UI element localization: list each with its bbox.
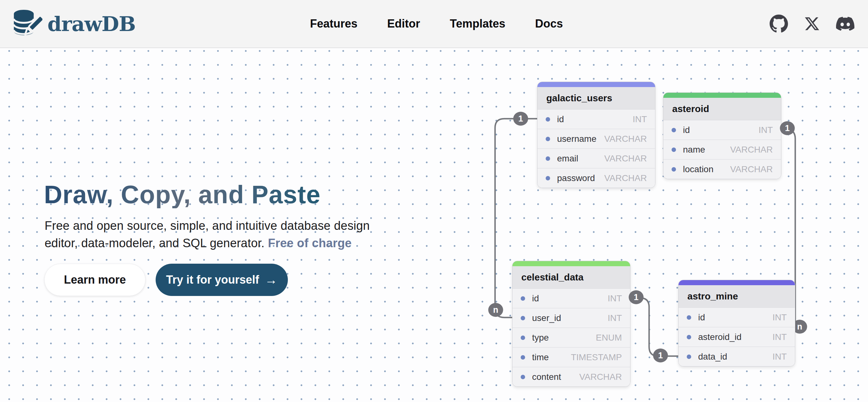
field-type: INT — [758, 125, 773, 135]
field-dot-icon — [546, 176, 550, 180]
field-dot-icon — [672, 147, 676, 152]
field-dot-icon — [546, 156, 550, 161]
field-name: time — [532, 352, 549, 363]
field-dot-icon — [521, 316, 525, 320]
table-field-row-content: contentVARCHAR — [513, 367, 630, 386]
field-name: name — [683, 145, 705, 155]
learn-more-button[interactable]: Learn more — [44, 264, 146, 296]
cardinality-badge-1: 1 — [514, 112, 528, 126]
table-field-row-location: locationVARCHAR — [663, 159, 781, 179]
field-type: VARCHAR — [730, 145, 773, 155]
table-field-row-id: idINT — [537, 109, 655, 129]
table-field-row-id: idINT — [679, 307, 795, 327]
table-field-row-email: emailVARCHAR — [537, 148, 655, 168]
field-dot-icon — [521, 336, 525, 340]
drawdb-database-pencil-icon — [11, 8, 42, 39]
discord-icon[interactable] — [836, 15, 855, 33]
hero-subtitle: Free and open source, simple, and intuit… — [44, 217, 370, 252]
field-dot-icon — [672, 167, 676, 172]
field-name: password — [557, 173, 595, 183]
field-type: VARCHAR — [604, 153, 647, 164]
table-name: celestial_data — [513, 266, 630, 288]
nav-item-features[interactable]: Features — [310, 17, 358, 30]
field-dot-icon — [687, 335, 691, 339]
arrow-right-icon: → — [265, 274, 277, 286]
table-field-row-id: idINT — [663, 120, 781, 140]
table-field-row-user_id: user_idINT — [513, 308, 630, 327]
field-dot-icon — [546, 137, 550, 141]
field-name: user_id — [532, 313, 561, 323]
hero-action-buttons: Learn more Try it for yourself → — [44, 264, 288, 296]
social-links — [770, 0, 855, 48]
field-type: INT — [772, 332, 787, 342]
top-navigation-bar: drawDB Features Editor Templates Docs — [0, 0, 868, 48]
table-accent-strip — [679, 280, 795, 285]
field-dot-icon — [687, 354, 691, 359]
table-asteroid: asteroididINTnameVARCHARlocationVARCHAR — [663, 92, 781, 179]
field-type: ENUM — [596, 333, 622, 343]
table-accent-strip — [513, 261, 630, 266]
table-name: galactic_users — [537, 87, 655, 109]
table-field-row-time: timeTIMESTAMP — [513, 347, 630, 367]
cardinality-badge-n: n — [488, 303, 503, 317]
field-type: INT — [772, 312, 787, 322]
hero-subtitle-line2: editor, data-modeler, and SQL generator. — [44, 236, 265, 250]
hero-subtitle-highlight: Free of charge — [268, 236, 352, 250]
table-name: astro_mine — [679, 285, 795, 307]
field-dot-icon — [521, 375, 525, 379]
cardinality-badge-1: 1 — [780, 121, 795, 135]
cardinality-badge-1: 1 — [653, 348, 668, 363]
table-accent-strip — [537, 82, 655, 87]
github-icon[interactable] — [770, 15, 788, 33]
field-type: INT — [608, 293, 622, 304]
nav-item-templates[interactable]: Templates — [450, 17, 505, 30]
field-dot-icon — [687, 315, 691, 320]
field-name: email — [557, 153, 578, 164]
table-field-row-type: typeENUM — [513, 327, 630, 347]
drawdb-logo[interactable]: drawDB — [11, 0, 136, 48]
field-dot-icon — [672, 128, 676, 132]
field-name: id — [698, 312, 705, 322]
field-name: data_id — [698, 352, 727, 362]
field-type: VARCHAR — [604, 173, 647, 183]
table-field-row-data_id: data_idINT — [679, 347, 795, 366]
field-type: VARCHAR — [579, 372, 622, 382]
field-type: INT — [633, 114, 647, 124]
field-type: VARCHAR — [730, 164, 773, 174]
table-celestial_data: celestial_dataidINTuser_idINTtypeENUMtim… — [512, 261, 630, 387]
field-name: content — [532, 372, 561, 382]
table-name: asteroid — [663, 98, 781, 120]
field-name: id — [532, 293, 539, 304]
field-name: id — [683, 125, 690, 135]
table-field-row-password: passwordVARCHAR — [537, 168, 655, 188]
try-it-label: Try it for yourself — [166, 273, 259, 286]
try-it-button[interactable]: Try it for yourself → — [156, 264, 288, 296]
x-twitter-icon[interactable] — [803, 15, 821, 33]
field-type: INT — [608, 313, 622, 323]
hero-title: Draw, Copy, and Paste — [44, 181, 321, 208]
field-name: username — [557, 134, 597, 144]
field-type: VARCHAR — [604, 134, 647, 144]
nav-item-editor[interactable]: Editor — [387, 17, 420, 30]
field-name: id — [557, 114, 564, 124]
table-galactic_users: galactic_usersidINTusernameVARCHARemailV… — [537, 82, 655, 188]
field-name: asteroid_id — [698, 332, 741, 342]
main-nav: Features Editor Templates Docs — [310, 0, 563, 48]
nav-item-docs[interactable]: Docs — [535, 17, 563, 30]
cardinality-badge-1: 1 — [629, 290, 644, 304]
table-field-row-asteroid_id: asteroid_idINT — [679, 327, 795, 347]
field-type: INT — [772, 352, 787, 362]
field-type: TIMESTAMP — [571, 352, 622, 363]
table-astro_mine: astro_mineidINTasteroid_idINTdata_idINT — [678, 280, 795, 367]
table-accent-strip — [663, 93, 781, 98]
field-name: type — [532, 333, 549, 343]
table-field-row-name: nameVARCHAR — [663, 140, 781, 159]
table-field-row-username: usernameVARCHAR — [537, 129, 655, 148]
logo-wordmark: drawDB — [48, 12, 136, 36]
field-dot-icon — [546, 117, 550, 121]
field-name: location — [683, 164, 714, 174]
table-field-row-id: idINT — [513, 288, 630, 308]
hero-subtitle-line1: Free and open source, simple, and intuit… — [44, 219, 370, 232]
field-dot-icon — [521, 296, 525, 301]
field-dot-icon — [521, 355, 525, 360]
